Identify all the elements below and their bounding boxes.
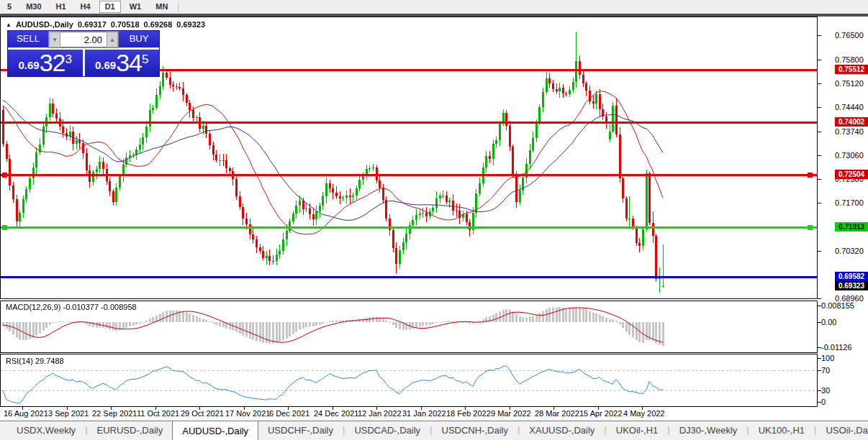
buy-price-pip: 5	[142, 53, 148, 65]
price-level-badge: 0.75512	[835, 65, 868, 74]
date-label: 22 Sep 2021	[92, 409, 137, 418]
macd-tick-label: -0.01126	[821, 343, 852, 352]
trading-terminal: 5M30H1H4D1W1MN ▲ AUDUSD-,Daily 0.69317 0…	[0, 0, 868, 440]
chart-title-symbol: AUDUSD-,Daily	[16, 20, 73, 29]
axis-tick	[818, 132, 821, 132]
toolbar-divider	[178, 2, 178, 12]
tab-audusd-daily[interactable]: AUDUSD-,Daily	[172, 421, 258, 440]
price-tick-label: 0.75120	[835, 79, 864, 88]
spread-value-field[interactable]: 2.00	[60, 32, 107, 47]
date-label: 3 Sep 2021	[48, 409, 89, 418]
current-price-badge: 0.69323	[835, 281, 868, 290]
timeframe-button-w1[interactable]: W1	[124, 1, 148, 13]
tab-eurusd-daily[interactable]: EURUSD-,Daily	[88, 421, 173, 440]
sell-price-digits: 32	[40, 50, 65, 75]
sell-price-button[interactable]: 0.69323	[8, 50, 83, 76]
macd-indicator-label: MACD(12,26,9) -0.010377 -0.008958	[6, 303, 137, 311]
axis-tick	[818, 83, 821, 84]
axis-tick	[818, 60, 821, 60]
tab-ukoil-h1[interactable]: UKOil-,H1	[607, 421, 668, 440]
tab-usdcad-daily[interactable]: USDCAD-,Daily	[345, 421, 430, 440]
date-label: 11 Oct 2021	[137, 409, 179, 418]
chart-title-low: 0.69268	[144, 20, 173, 29]
sell-button[interactable]: SELL	[8, 31, 48, 48]
date-label: 28 Mar 2022	[535, 409, 579, 418]
rsi-indicator-label: RSI(14) 29.7488	[6, 357, 64, 365]
price-tick-label: 0.75800	[835, 55, 864, 64]
date-label: 4 May 2022	[623, 409, 664, 418]
rsi-tick-label: 100	[821, 354, 834, 362]
date-label: 9 Mar 2022	[491, 409, 531, 418]
axis-tick	[818, 155, 821, 156]
buy-price-button[interactable]: 0.69345	[85, 50, 160, 76]
timeframe-button-m30[interactable]: M30	[20, 1, 47, 13]
sell-price-prefix: 0.69	[19, 56, 40, 75]
rsi-tick-label: 70	[821, 366, 830, 375]
price-level-badge: 0.74002	[835, 117, 868, 127]
axis-tick	[818, 35, 821, 36]
date-label: 6 Dec 2021	[269, 409, 309, 418]
price-level-badge: 0.71013	[835, 222, 868, 232]
timeframe-toolbar: 5M30H1H4D1W1MN	[0, 0, 868, 14]
chart-title-open: 0.69317	[78, 20, 107, 29]
price-level-badge: 0.72504	[835, 170, 868, 179]
date-label: 24 Dec 2021	[314, 409, 358, 418]
axis-tick	[818, 107, 821, 108]
sell-price-pip: 3	[65, 53, 72, 65]
axis-tick	[818, 251, 821, 252]
tab-usdx-weekly[interactable]: USDX,Weekly	[7, 421, 85, 440]
one-click-trade-panel: SELL ▼ 2.00 ▲ BUY 0.69323 0.69345	[7, 30, 160, 77]
macd-tick-label: 0.00	[821, 318, 836, 326]
chart-window: ▲ AUDUSD-,Daily 0.69317 0.70518 0.69268 …	[0, 17, 868, 421]
axis-tick	[818, 203, 821, 203]
chart-tab-bar: USDX,Weekly|EURUSD-,DailyAUDUSD-,DailyUS…	[0, 421, 868, 440]
tab-usdcnh-daily[interactable]: USDCNH-,Daily	[433, 421, 517, 440]
price-tick-label: 0.74440	[835, 103, 864, 111]
tab-dj30-weekly[interactable]: DJ30-,Weekly	[670, 421, 747, 440]
axis-tick	[818, 298, 821, 299]
price-tick-label: 0.73060	[835, 151, 864, 160]
date-label: 16 Aug 2021	[4, 409, 48, 418]
buy-price-digits: 34	[116, 50, 142, 75]
chart-title-close: 0.69323	[176, 20, 205, 29]
chart-header: ▲ AUDUSD-,Daily 0.69317 0.70518 0.69268 …	[6, 20, 205, 29]
spread-decrease-icon[interactable]: ▼	[49, 32, 60, 47]
chart-title-high: 0.70518	[111, 20, 140, 29]
date-label: 17 Nov 2021	[225, 409, 270, 418]
date-label: 18 Feb 2022	[446, 409, 491, 418]
timeframe-button-d1[interactable]: D1	[99, 1, 121, 13]
timeframe-button-mn[interactable]: MN	[150, 1, 173, 13]
price-tick-label: 0.70320	[835, 247, 864, 255]
tab-usdchf-daily[interactable]: USDCHF-,Daily	[258, 421, 343, 440]
timeframe-button-h4[interactable]: H4	[75, 1, 96, 13]
buy-price-prefix: 0.69	[95, 56, 116, 75]
date-label: 29 Oct 2021	[181, 409, 224, 418]
price-level-badge: 0.69582	[835, 272, 868, 281]
collapse-chart-icon[interactable]: ▲	[6, 22, 12, 28]
axis-tick	[818, 179, 821, 180]
rsi-tick-label: 30	[821, 386, 830, 395]
price-tick-label: 0.76500	[835, 31, 864, 40]
buy-button[interactable]: BUY	[119, 31, 159, 48]
date-label: 12 Jan 2022	[358, 409, 402, 418]
tab-xauusd-daily[interactable]: XAUUSD-,Daily	[520, 421, 604, 440]
date-label: 15 Apr 2022	[579, 409, 622, 418]
rsi-tick-label: 0	[821, 398, 826, 406]
spread-stepper: ▼ 2.00 ▲	[48, 31, 119, 48]
price-tick-label: 0.71700	[835, 198, 864, 207]
timeframe-button-5[interactable]: 5	[1, 1, 17, 13]
price-tick-label: 0.73740	[835, 127, 864, 136]
tab-uk100-h1[interactable]: UK100-,H1	[749, 421, 814, 440]
spread-increase-icon[interactable]: ▲	[107, 32, 118, 47]
macd-tick-label: 0.008155	[821, 301, 854, 310]
tab-usoil-daily[interactable]: USOil-,Daily	[816, 421, 868, 440]
date-label: 31 Jan 2022	[402, 409, 446, 418]
timeframe-button-h1[interactable]: H1	[50, 1, 72, 13]
rsi-canvas[interactable]	[0, 354, 818, 407]
